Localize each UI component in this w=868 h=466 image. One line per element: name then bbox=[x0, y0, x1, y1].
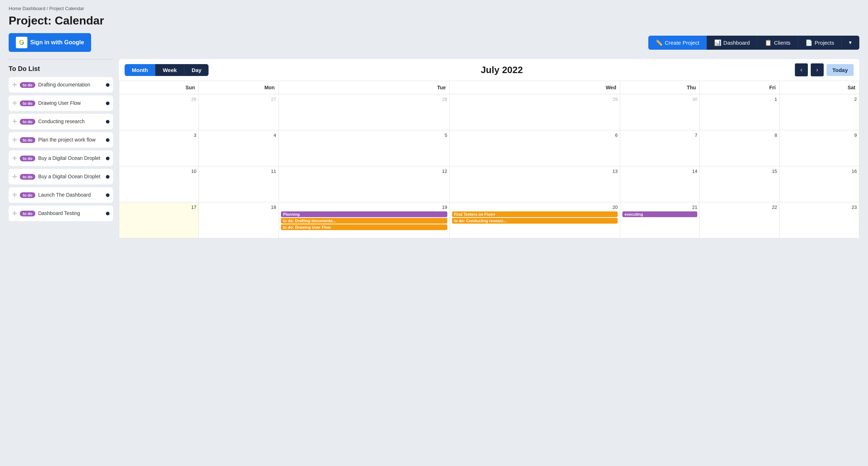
calendar-cell[interactable]: 26 bbox=[119, 94, 199, 130]
dashboard-icon: 📊 bbox=[714, 39, 721, 46]
drag-handle-icon: ✛ bbox=[12, 210, 17, 217]
day-number: 28 bbox=[281, 97, 447, 102]
calendar-event[interactable]: Find Testers on Fiverr bbox=[452, 211, 618, 217]
calendar-event[interactable]: executing bbox=[622, 211, 697, 217]
tab-month[interactable]: Month bbox=[125, 64, 156, 76]
calendar-cell[interactable]: 13 bbox=[449, 166, 620, 202]
day-number: 23 bbox=[782, 205, 857, 210]
drag-handle-icon: ✛ bbox=[12, 136, 17, 143]
calendar-cell[interactable]: 21executing bbox=[620, 202, 699, 238]
calendar-cell[interactable]: 16 bbox=[779, 166, 859, 202]
todo-item[interactable]: ✛ to do Dashboard Testing bbox=[9, 206, 113, 221]
calendar-cell[interactable]: 22 bbox=[700, 202, 779, 238]
todo-item[interactable]: ✛ to do Plan the project work flow bbox=[9, 132, 113, 148]
calendar-body: 262728293012345678910111213141516171819P… bbox=[119, 94, 859, 238]
col-thu: Thu bbox=[620, 81, 699, 94]
calendar-cell[interactable]: 30 bbox=[620, 94, 699, 130]
todo-text: Launch The Dashboard bbox=[38, 192, 103, 198]
tab-day[interactable]: Day bbox=[184, 64, 209, 76]
calendar-month-title: July 2022 bbox=[214, 64, 789, 76]
todo-dot bbox=[106, 212, 109, 215]
calendar-cell[interactable]: 28 bbox=[278, 94, 449, 130]
todo-dot bbox=[106, 157, 109, 160]
calendar-cell[interactable]: 17 bbox=[119, 202, 199, 238]
day-number: 15 bbox=[702, 169, 777, 174]
calendar-cell[interactable]: 23 bbox=[779, 202, 859, 238]
breadcrumb-separator: / bbox=[47, 6, 48, 11]
calendar-cell[interactable]: 2 bbox=[779, 94, 859, 130]
day-number: 10 bbox=[121, 169, 196, 174]
calendar-header-row: Sun Mon Tue Wed Thu Fri Sat bbox=[119, 81, 859, 94]
calendar-cell[interactable]: 27 bbox=[199, 94, 278, 130]
calendar-cell[interactable]: 1 bbox=[700, 94, 779, 130]
calendar-cell[interactable]: 3 bbox=[119, 130, 199, 166]
projects-icon: 📄 bbox=[805, 39, 813, 46]
drag-handle-icon: ✛ bbox=[12, 118, 17, 125]
calendar-event[interactable]: to do: Conducting researc... bbox=[452, 218, 618, 224]
calendar-cell[interactable]: 5 bbox=[278, 130, 449, 166]
calendar-cell[interactable]: 20Find Testers on Fiverrto do: Conductin… bbox=[449, 202, 620, 238]
todo-item[interactable]: ✛ to do Conducting research bbox=[9, 114, 113, 129]
create-project-button[interactable]: ✏️ Create Project bbox=[648, 36, 707, 50]
todo-dot bbox=[106, 175, 109, 179]
dashboard-label: Dashboard bbox=[724, 40, 750, 46]
day-number: 21 bbox=[622, 205, 697, 210]
day-number: 17 bbox=[121, 205, 196, 210]
day-number: 4 bbox=[201, 133, 276, 138]
today-button[interactable]: Today bbox=[827, 64, 854, 76]
calendar-cell[interactable]: 9 bbox=[779, 130, 859, 166]
todo-badge: to do bbox=[20, 174, 35, 180]
day-number: 2 bbox=[782, 97, 857, 102]
calendar-week-row: 10111213141516 bbox=[119, 166, 859, 202]
breadcrumb-home[interactable]: Home Dashboard bbox=[9, 6, 45, 11]
todo-item[interactable]: ✛ to do Drawing User Flow bbox=[9, 95, 113, 111]
day-number: 11 bbox=[201, 169, 276, 174]
calendar-week-row: 171819Planningto do: Drafting documenta.… bbox=[119, 202, 859, 238]
todo-item[interactable]: ✛ to do Buy a Digital Ocean Droplet bbox=[9, 169, 113, 184]
calendar-cell[interactable]: 10 bbox=[119, 166, 199, 202]
next-month-button[interactable]: › bbox=[811, 63, 824, 76]
calendar-cell[interactable]: 29 bbox=[449, 94, 620, 130]
calendar-cell[interactable]: 8 bbox=[700, 130, 779, 166]
day-number: 16 bbox=[782, 169, 857, 174]
calendar-nav: ‹ › Today bbox=[795, 63, 854, 76]
drag-handle-icon: ✛ bbox=[12, 100, 17, 107]
calendar-cell[interactable]: 15 bbox=[700, 166, 779, 202]
day-number: 27 bbox=[201, 97, 276, 102]
todo-item[interactable]: ✛ to do Drafting documentation bbox=[9, 77, 113, 93]
calendar-cell[interactable]: 19Planningto do: Drafting documenta...to… bbox=[278, 202, 449, 238]
todo-dot bbox=[106, 138, 109, 142]
calendar-cell[interactable]: 18 bbox=[199, 202, 278, 238]
google-signin-button[interactable]: G Sign in with Google bbox=[9, 33, 91, 52]
calendar-cell[interactable]: 7 bbox=[620, 130, 699, 166]
todo-item[interactable]: ✛ to do Buy a Digital Ocean Droplet bbox=[9, 151, 113, 166]
more-chevron-icon: ▾ bbox=[849, 39, 852, 46]
calendar-cell[interactable]: 11 bbox=[199, 166, 278, 202]
prev-month-button[interactable]: ‹ bbox=[795, 63, 808, 76]
create-project-label: Create Project bbox=[665, 40, 699, 46]
drag-handle-icon: ✛ bbox=[12, 192, 17, 198]
calendar-event[interactable]: to do: Drawing User Flow bbox=[281, 224, 447, 230]
breadcrumb: Home Dashboard / Project Calendar bbox=[9, 6, 859, 11]
calendar-cell[interactable]: 14 bbox=[620, 166, 699, 202]
calendar-cell[interactable]: 4 bbox=[199, 130, 278, 166]
todo-text: Drafting documentation bbox=[38, 81, 103, 88]
page-title: Project: Calendar bbox=[9, 14, 859, 27]
projects-button[interactable]: 📄 Projects bbox=[798, 36, 842, 50]
calendar-cell[interactable]: 6 bbox=[449, 130, 620, 166]
calendar-event[interactable]: to do: Drafting documenta... bbox=[281, 218, 447, 224]
clients-label: Clients bbox=[774, 40, 791, 46]
tab-week[interactable]: Week bbox=[156, 64, 184, 76]
calendar-cell[interactable]: 12 bbox=[278, 166, 449, 202]
drag-handle-icon: ✛ bbox=[12, 155, 17, 162]
todo-item[interactable]: ✛ to do Launch The Dashboard bbox=[9, 187, 113, 203]
day-number: 12 bbox=[281, 169, 447, 174]
day-number: 5 bbox=[281, 133, 447, 138]
more-button[interactable]: ▾ bbox=[842, 36, 859, 50]
dashboard-button[interactable]: 📊 Dashboard bbox=[707, 36, 757, 50]
todo-badge: to do bbox=[20, 156, 35, 161]
calendar-event[interactable]: Planning bbox=[281, 211, 447, 217]
calendar-week-row: 262728293012 bbox=[119, 94, 859, 130]
clients-button[interactable]: 📋 Clients bbox=[757, 36, 798, 50]
todo-dot bbox=[106, 193, 109, 197]
